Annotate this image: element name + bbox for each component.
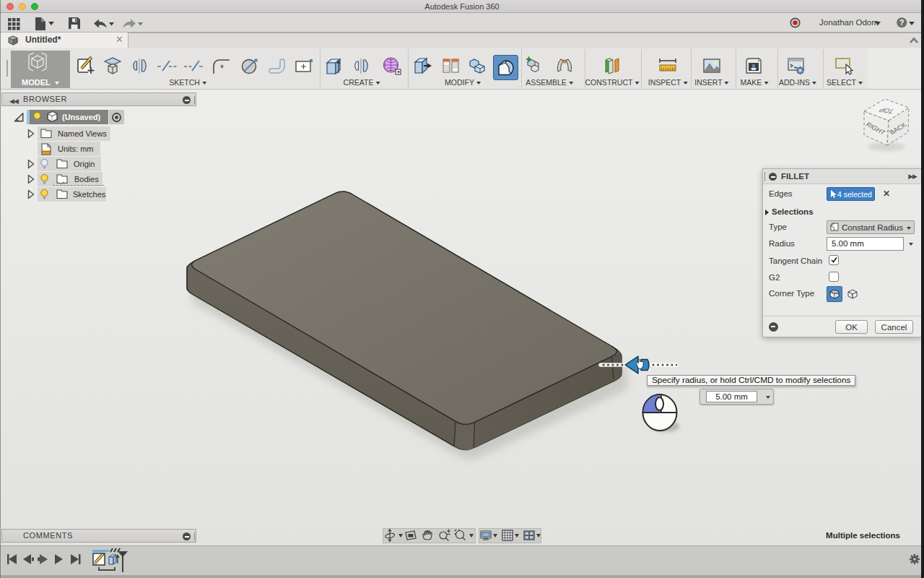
svg-text:?: ? [899,18,904,27]
